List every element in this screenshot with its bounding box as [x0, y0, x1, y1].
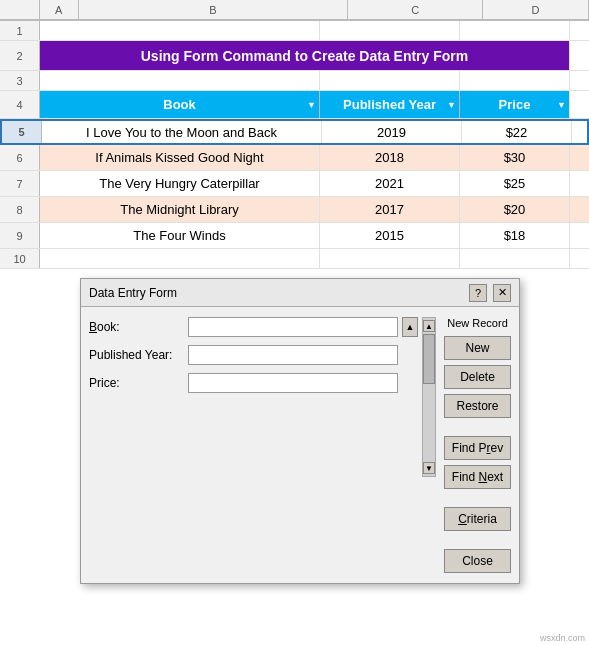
dialog-titlebar: Data Entry Form ? ✕	[81, 279, 519, 307]
row-num-8: 8	[0, 197, 40, 222]
spreadsheet: A B C D 1 2 Using Form Command to Create…	[0, 0, 589, 269]
new-button[interactable]: New	[444, 336, 511, 360]
dialog-buttons-panel: New Record New Delete Restore Find Prev …	[444, 317, 511, 573]
dialog-help-button[interactable]: ?	[469, 284, 487, 302]
row-num-1: 1	[0, 21, 40, 40]
cell-7b: The Very Hungry Caterpillar	[40, 171, 320, 196]
row-num-9: 9	[0, 223, 40, 248]
cell-5c: 2019	[322, 121, 462, 143]
cell-9d: $18	[460, 223, 570, 248]
row-num-2: 2	[0, 41, 40, 70]
cell-5d: $22	[462, 121, 572, 143]
row-num-3: 3	[0, 71, 40, 90]
dialog-form: Book: ▲ Published Year: Price:	[89, 317, 418, 573]
criteria-label: Criteria	[458, 512, 497, 526]
published-year-input[interactable]	[188, 345, 398, 365]
title-cell: Using Form Command to Create Data Entry …	[40, 41, 570, 70]
form-section: Book: ▲ Published Year: Price: ▲	[89, 317, 436, 573]
row-9[interactable]: 9 The Four Winds 2015 $18	[0, 223, 589, 249]
scroll-thumb[interactable]	[423, 334, 435, 384]
data-entry-dialog: Data Entry Form ? ✕ Book: ▲ Published Ye…	[80, 278, 520, 584]
cell-6c: 2018	[320, 145, 460, 170]
cell-5b: I Love You to the Moon and Back	[42, 121, 322, 143]
row-7[interactable]: 7 The Very Hungry Caterpillar 2021 $25	[0, 171, 589, 197]
header-published-year[interactable]: Published Year ▼	[320, 91, 460, 118]
delete-button[interactable]: Delete	[444, 365, 511, 389]
row-num-4: 4	[0, 91, 40, 118]
header-book[interactable]: Book ▼	[40, 91, 320, 118]
price-dropdown-icon[interactable]: ▼	[557, 100, 566, 110]
col-header-a: A	[40, 0, 79, 20]
close-button[interactable]: Close	[444, 549, 511, 573]
published-year-form-row: Published Year:	[89, 345, 418, 365]
price-form-row: Price:	[89, 373, 418, 393]
find-next-button[interactable]: Find Next	[444, 465, 511, 489]
scroll-up-button[interactable]: ▲	[423, 320, 435, 332]
cell-10c	[320, 249, 460, 268]
cell-8b: The Midnight Library	[40, 197, 320, 222]
row-1: 1	[0, 21, 589, 41]
row-num-6: 6	[0, 145, 40, 170]
cell-10d	[460, 249, 570, 268]
row-6[interactable]: 6 If Animals Kissed Good Night 2018 $30	[0, 145, 589, 171]
cell-10b	[40, 249, 320, 268]
cell-8d: $20	[460, 197, 570, 222]
scroll-down-button[interactable]: ▼	[423, 462, 435, 474]
cell-1b	[40, 21, 320, 40]
row-num-10: 10	[0, 249, 40, 268]
cell-9c: 2015	[320, 223, 460, 248]
find-prev-button[interactable]: Find Prev	[444, 436, 511, 460]
year-dropdown-icon[interactable]: ▼	[447, 100, 456, 110]
price-input[interactable]	[188, 373, 398, 393]
cell-3d	[460, 71, 570, 90]
col-header-b: B	[79, 0, 349, 20]
col-header-c: C	[348, 0, 483, 20]
row-num-5: 5	[2, 121, 42, 143]
dialog-body: Book: ▲ Published Year: Price: ▲	[81, 307, 519, 583]
cell-8c: 2017	[320, 197, 460, 222]
criteria-button[interactable]: Criteria	[444, 507, 511, 531]
new-record-label: New Record	[444, 317, 511, 329]
restore-button[interactable]: Restore	[444, 394, 511, 418]
cell-9b: The Four Winds	[40, 223, 320, 248]
book-form-row: Book: ▲	[89, 317, 418, 337]
cell-6d: $30	[460, 145, 570, 170]
row-3: 3	[0, 71, 589, 91]
form-vertical-scrollbar[interactable]: ▲ ▼	[422, 317, 436, 477]
book-scroll-up-btn[interactable]: ▲	[402, 317, 418, 337]
row-4: 4 Book ▼ Published Year ▼ Price ▼	[0, 91, 589, 119]
cell-7d: $25	[460, 171, 570, 196]
dialog-close-icon-button[interactable]: ✕	[493, 284, 511, 302]
published-year-label: Published Year:	[89, 348, 184, 362]
find-next-label: Find Next	[452, 470, 503, 484]
cell-1c	[320, 21, 460, 40]
cell-7c: 2021	[320, 171, 460, 196]
row-2: 2 Using Form Command to Create Data Entr…	[0, 41, 589, 71]
corner-cell	[0, 0, 40, 20]
col-header-d: D	[483, 0, 589, 20]
book-label: Book:	[89, 320, 184, 334]
row-10: 10	[0, 249, 589, 269]
cell-6b: If Animals Kissed Good Night	[40, 145, 320, 170]
price-label: Price:	[89, 376, 184, 390]
dialog-title-icons: ? ✕	[469, 284, 511, 302]
row-5[interactable]: 5 I Love You to the Moon and Back 2019 $…	[0, 119, 589, 145]
watermark: wsxdn.com	[540, 633, 585, 643]
col-headers: A B C D	[0, 0, 589, 21]
cell-3b	[40, 71, 320, 90]
header-price[interactable]: Price ▼	[460, 91, 570, 118]
spreadsheet-title: Using Form Command to Create Data Entry …	[141, 48, 469, 64]
dialog-title: Data Entry Form	[89, 286, 177, 300]
find-prev-label: Find Prev	[452, 441, 503, 455]
row-num-7: 7	[0, 171, 40, 196]
cell-1d	[460, 21, 570, 40]
cell-3c	[320, 71, 460, 90]
book-input[interactable]	[188, 317, 398, 337]
row-8[interactable]: 8 The Midnight Library 2017 $20	[0, 197, 589, 223]
book-dropdown-icon[interactable]: ▼	[307, 100, 316, 110]
